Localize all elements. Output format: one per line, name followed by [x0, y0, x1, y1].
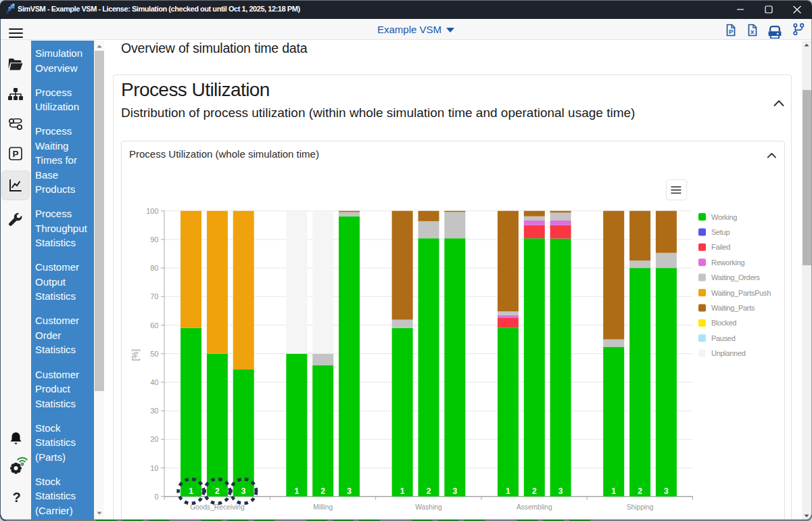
svg-text:Waiting_Parts: Waiting_Parts: [711, 304, 755, 312]
svg-text:2: 2: [638, 486, 642, 496]
svg-text:0: 0: [154, 493, 158, 501]
svg-text:3: 3: [664, 486, 669, 496]
svg-text:3: 3: [558, 486, 563, 496]
svg-text:40: 40: [150, 378, 158, 386]
svg-text:Setup: Setup: [711, 228, 730, 236]
svg-text:10: 10: [150, 464, 158, 472]
svg-text:Failed: Failed: [711, 243, 730, 251]
svg-text:[%]: [%]: [130, 349, 140, 361]
svg-text:50: 50: [150, 350, 158, 358]
svg-text:2: 2: [320, 486, 325, 496]
svg-text:2: 2: [427, 486, 431, 496]
svg-text:Reworking: Reworking: [711, 258, 744, 267]
svg-text:1: 1: [294, 486, 299, 496]
svg-text:90: 90: [150, 235, 158, 244]
svg-text:Waiting_Orders: Waiting_Orders: [711, 273, 761, 281]
svg-text:Working: Working: [711, 213, 737, 221]
svg-text:Waiting_PartsPush: Waiting_PartsPush: [711, 289, 771, 297]
svg-text:1: 1: [506, 486, 510, 496]
svg-text:3: 3: [241, 486, 246, 496]
svg-text:20: 20: [150, 435, 158, 443]
svg-text:2: 2: [532, 486, 537, 496]
svg-text:3: 3: [347, 486, 352, 496]
svg-text:70: 70: [150, 292, 158, 300]
svg-text:1: 1: [400, 486, 405, 496]
svg-text:Goods_Receiving: Goods_Receiving: [190, 503, 245, 511]
svg-text:Paused: Paused: [711, 334, 736, 342]
svg-text:1: 1: [611, 486, 616, 496]
svg-text:60: 60: [150, 321, 158, 330]
svg-text:Blocked: Blocked: [711, 319, 736, 327]
svg-text:1: 1: [189, 486, 193, 496]
svg-text:Assembling: Assembling: [517, 503, 552, 511]
svg-text:100: 100: [146, 207, 158, 215]
svg-text:Shipping: Shipping: [627, 503, 654, 511]
svg-text:30: 30: [150, 407, 158, 415]
svg-text:Washing: Washing: [415, 503, 442, 511]
svg-text:Unplanned: Unplanned: [711, 349, 746, 357]
svg-text:3: 3: [452, 486, 457, 496]
svg-text:2: 2: [215, 486, 220, 496]
svg-text:Milling: Milling: [313, 503, 333, 511]
svg-text:80: 80: [150, 264, 158, 272]
